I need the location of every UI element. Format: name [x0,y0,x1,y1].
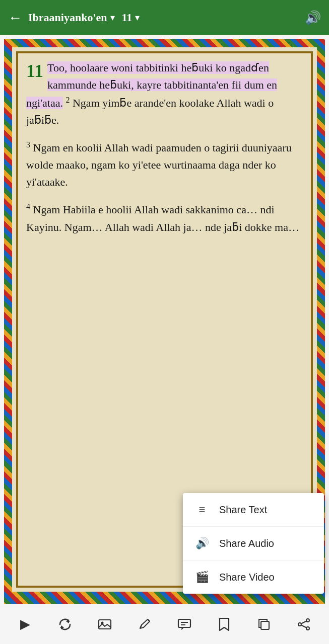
verse-3-text: Ngam en koolii Allah wadi paamuden o tag… [26,141,292,188]
back-button[interactable]: ← [8,10,22,26]
verse-3-sup: 3 [26,140,30,149]
refresh-button[interactable] [53,612,77,636]
svg-line-11 [301,621,306,623]
share-audio-label: Share Audio [219,538,274,549]
verse-4: 4 Ngam Habiila e hoolii Allah wadi sakka… [26,201,303,236]
chapter-dropdown-icon[interactable]: ▾ [135,12,140,23]
play-button[interactable]: ▶ [13,612,37,636]
share-text-icon: ≡ [195,503,209,516]
verse-1-number: 11 [26,57,43,86]
share-video-icon: 🎬 [195,571,209,584]
share-audio-icon: 🔊 [195,537,209,550]
audio-icon[interactable]: 🔊 [305,10,321,26]
pencil-button[interactable] [133,612,157,636]
bottom-toolbar: ▶ [0,604,329,644]
share-text-item[interactable]: ≡ Share Text [183,493,324,527]
bookmark-button[interactable] [212,612,236,636]
share-text-label: Share Text [219,504,267,516]
book-title: Ibraaniyanko'en [28,11,107,24]
chapter-number: 11 [122,11,133,24]
verse-4-text: Ngam Habiila e hoolii Allah wadi sakkani… [26,204,299,233]
verse-3: 3 Ngam en koolii Allah wadi paamuden o t… [26,139,303,191]
verse-1-text: Too, hoolaare woni tabbitinki heƃuki ko … [26,61,277,126]
top-bar: ← Ibraaniyanko'en ▾ 11 ▾ 🔊 [0,0,329,35]
verse-4-sup: 4 [26,202,30,211]
verse-2-sup: 2 [65,95,70,104]
verse-2-text: Ngam yimƃe arande'en koolake Allah wadi … [26,97,274,126]
svg-rect-4 [178,619,190,627]
image-button[interactable] [93,612,117,636]
svg-rect-2 [99,620,111,629]
share-button[interactable] [292,612,316,636]
verse-content: 11 Too, hoolaare woni tabbitinki heƃuki … [26,59,303,236]
verse-1: 11 Too, hoolaare woni tabbitinki heƃuki … [26,59,303,129]
svg-rect-7 [261,621,269,629]
share-audio-item[interactable]: 🔊 Share Audio [183,527,324,560]
copy-button[interactable] [252,612,276,636]
title-dropdown-icon[interactable]: ▾ [110,12,115,23]
svg-point-10 [298,623,301,626]
share-video-label: Share Video [219,572,275,583]
svg-point-9 [306,627,309,630]
comment-button[interactable] [172,612,196,636]
svg-line-12 [301,625,306,627]
share-video-item[interactable]: 🎬 Share Video [183,560,324,594]
svg-point-8 [306,619,309,622]
title-area: Ibraaniyanko'en ▾ 11 ▾ [28,11,299,24]
context-menu: ≡ Share Text 🔊 Share Audio 🎬 Share Video [183,493,324,594]
